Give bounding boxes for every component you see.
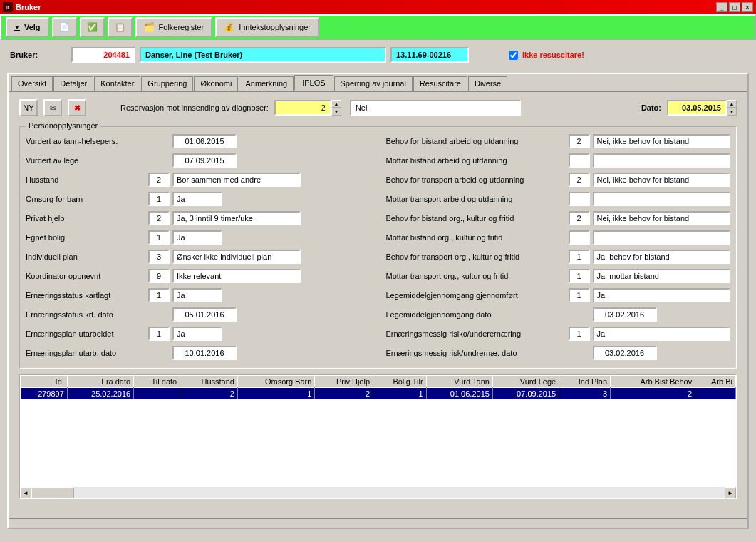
- resuscitare-checkbox[interactable]: Ikke resuscitare!: [509, 51, 584, 60]
- tab-kontakter[interactable]: Kontakter: [94, 76, 140, 92]
- field-code[interactable]: 2: [569, 134, 590, 148]
- field-code[interactable]: [569, 230, 590, 245]
- field-date[interactable]: 03.02.2016: [593, 346, 657, 360]
- minimize-button[interactable]: _: [716, 2, 727, 12]
- new-button[interactable]: NY: [19, 99, 38, 116]
- horizontal-scrollbar[interactable]: ◄ ►: [20, 487, 736, 498]
- close-button[interactable]: ×: [742, 2, 753, 12]
- grid-cell[interactable]: 1: [373, 388, 427, 400]
- grid-header[interactable]: Vurd Lege: [492, 376, 559, 388]
- tab-detaljer[interactable]: Detaljer: [53, 76, 93, 92]
- field-code[interactable]: 2: [148, 211, 170, 225]
- field-text[interactable]: Nei, ikke behov for bistand: [593, 211, 731, 225]
- reservasjon-spinner[interactable]: 2 ▲▼: [274, 100, 341, 116]
- maximize-button[interactable]: □: [729, 2, 740, 12]
- grid-header[interactable]: Ind Plan: [559, 376, 611, 388]
- grid-header[interactable]: Arb Bist Behov: [611, 376, 695, 388]
- velg-button[interactable]: ▼ Velg: [6, 17, 49, 37]
- field-code[interactable]: [569, 192, 590, 206]
- spinner-arrows[interactable]: ▲▼: [331, 100, 341, 116]
- field-text[interactable]: Bor sammen med andre: [172, 173, 301, 187]
- field-text[interactable]: Ja: [172, 192, 222, 206]
- inntekt-button[interactable]: 💰 Inntekstopplysninger: [215, 17, 319, 37]
- field-code[interactable]: 1: [148, 230, 170, 245]
- field-code[interactable]: 1: [148, 192, 170, 206]
- field-text[interactable]: [593, 230, 731, 245]
- down-arrow-icon[interactable]: ▼: [727, 108, 737, 116]
- toolbar-icon-2[interactable]: ✅: [80, 17, 105, 37]
- tab-økonomi[interactable]: Økonomi: [194, 76, 238, 92]
- field-text[interactable]: Ønsker ikke individuell plan: [172, 250, 301, 264]
- field-code[interactable]: [569, 153, 590, 168]
- tab-anmerkning[interactable]: Anmerkning: [239, 76, 294, 92]
- field-text[interactable]: Ja: [172, 230, 222, 245]
- grid-cell[interactable]: 07.09.2015: [492, 388, 559, 400]
- field-text[interactable]: Ja: [172, 288, 222, 302]
- field-code[interactable]: 1: [569, 269, 590, 283]
- dato-spinner[interactable]: 03.05.2015 ▲▼: [667, 100, 737, 116]
- field-code[interactable]: 2: [569, 173, 590, 187]
- dato-value[interactable]: 03.05.2015: [667, 100, 727, 116]
- tab-gruppering[interactable]: Gruppering: [141, 76, 193, 92]
- field-text[interactable]: Ja, mottar bistand: [593, 269, 731, 283]
- field-text[interactable]: Ja, 3 inntil 9 timer/uke: [172, 211, 301, 225]
- field-date[interactable]: 03.02.2016: [593, 307, 657, 322]
- edit-button[interactable]: ✉: [43, 99, 62, 116]
- tab-diverse[interactable]: Diverse: [468, 76, 507, 92]
- grid-cell[interactable]: [134, 388, 180, 400]
- field-text[interactable]: [593, 192, 731, 206]
- field-text[interactable]: Ja: [172, 327, 222, 341]
- grid-header[interactable]: Id.: [21, 376, 68, 388]
- field-date[interactable]: 10.01.2016: [172, 346, 237, 360]
- field-code[interactable]: 1: [569, 250, 590, 264]
- resuscitare-check[interactable]: [509, 51, 518, 60]
- up-arrow-icon[interactable]: ▲: [727, 100, 737, 108]
- grid-header[interactable]: Priv Hjelp: [315, 376, 373, 388]
- field-code[interactable]: 2: [148, 173, 170, 187]
- field-code[interactable]: 1: [569, 288, 590, 302]
- iplos-datagrid[interactable]: Id.Fra datoTil datoHusstandOmsorg BarnPr…: [19, 374, 737, 499]
- grid-header[interactable]: Omsorg Barn: [237, 376, 314, 388]
- field-text[interactable]: Ja, behov for bistand: [593, 250, 731, 264]
- grid-header[interactable]: Arb Bi: [695, 376, 736, 388]
- folkeregister-button[interactable]: 🗂️ Folkeregister: [135, 17, 213, 37]
- tab-oversikt[interactable]: Oversikt: [11, 76, 53, 92]
- toolbar-icon-1[interactable]: 📄: [52, 17, 77, 37]
- grid-cell[interactable]: 2: [180, 388, 238, 400]
- toolbar-icon-3[interactable]: 📋: [108, 17, 133, 37]
- field-code[interactable]: 1: [148, 327, 170, 341]
- grid-cell[interactable]: [695, 388, 736, 400]
- grid-cell[interactable]: 1: [237, 388, 314, 400]
- field-text[interactable]: Nei, ikke behov for bistand: [593, 134, 731, 148]
- scroll-right-button[interactable]: ►: [725, 487, 736, 498]
- field-text[interactable]: Ja: [593, 327, 731, 341]
- scroll-track[interactable]: [31, 487, 725, 498]
- dato-spinner-arrows[interactable]: ▲▼: [727, 100, 737, 116]
- field-text[interactable]: [593, 153, 731, 168]
- grid-cell[interactable]: 3: [559, 388, 611, 400]
- reservasjon-value[interactable]: 2: [274, 100, 331, 116]
- tab-iplos[interactable]: IPLOS: [294, 75, 333, 91]
- field-text[interactable]: Ja: [593, 288, 731, 302]
- grid-header[interactable]: Husstand: [180, 376, 238, 388]
- tab-sperring-av-journal[interactable]: Sperring av journal: [334, 76, 413, 92]
- tab-resuscitare[interactable]: Resuscitare: [413, 76, 467, 92]
- field-text[interactable]: Nei, ikke behov for bistand: [593, 173, 731, 187]
- field-date[interactable]: 01.06.2015: [172, 134, 237, 148]
- grid-cell[interactable]: 2: [611, 388, 695, 400]
- field-date[interactable]: 05.01.2016: [172, 307, 237, 322]
- scroll-left-button[interactable]: ◄: [20, 487, 31, 498]
- field-date[interactable]: 07.09.2015: [172, 153, 237, 168]
- field-code[interactable]: 9: [148, 269, 170, 283]
- field-code[interactable]: 1: [148, 288, 170, 302]
- grid-cell[interactable]: 2: [315, 388, 373, 400]
- field-text[interactable]: Ikke relevant: [172, 269, 301, 283]
- scroll-thumb[interactable]: [31, 487, 74, 498]
- field-code[interactable]: 3: [148, 250, 170, 264]
- grid-cell[interactable]: 01.06.2015: [426, 388, 492, 400]
- field-code[interactable]: 1: [569, 327, 590, 341]
- down-arrow-icon[interactable]: ▼: [331, 108, 341, 116]
- grid-header[interactable]: Fra dato: [67, 376, 133, 388]
- field-code[interactable]: 2: [569, 211, 590, 225]
- grid-cell[interactable]: 25.02.2016: [67, 388, 133, 400]
